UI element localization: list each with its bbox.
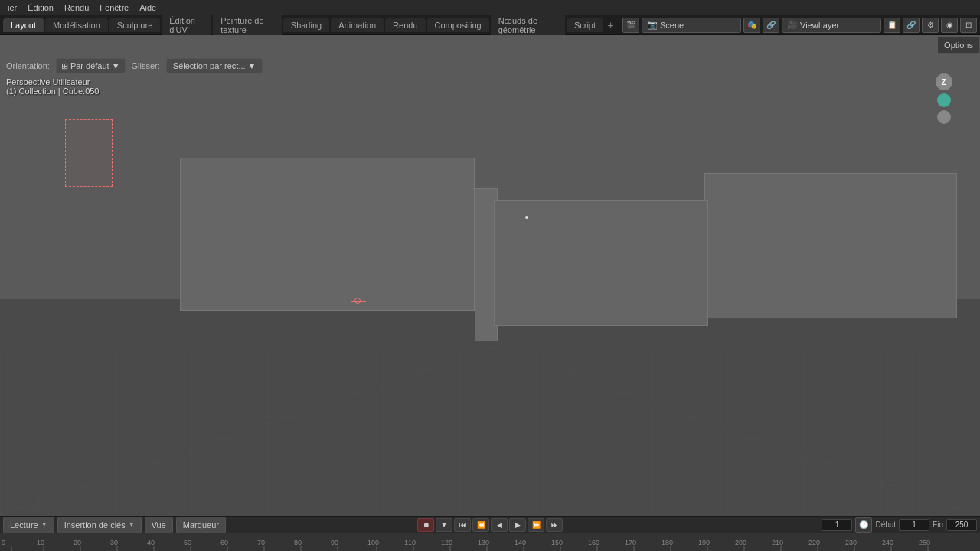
link-viewlayer-btn[interactable]: 🔗 <box>903 18 920 33</box>
tab-modelisation[interactable]: Modélisation <box>45 18 108 32</box>
viewport-dot <box>525 216 528 219</box>
tab-sculpture[interactable]: Sculpture <box>109 18 160 32</box>
snap-icon: ⊞ <box>61 61 68 71</box>
camera-icon: 📷 <box>647 20 658 30</box>
selection-label: Sélection par rect... <box>173 61 246 70</box>
cube-back-left <box>180 158 475 311</box>
options-button[interactable]: Options <box>938 37 980 54</box>
tab-script[interactable]: Script <box>567 18 603 32</box>
insertion-cles-btn[interactable]: Insertion de clés ▼ <box>57 517 142 533</box>
marqueur-label: Marqueur <box>183 520 219 530</box>
svg-text:10: 10 <box>37 539 44 546</box>
snap-button[interactable]: ⊞ Par défaut ▼ <box>56 58 126 73</box>
current-frame-input[interactable] <box>822 519 852 531</box>
svg-text:120: 120 <box>441 539 452 546</box>
glisser-label: Glisser: <box>132 61 160 70</box>
snap-label: Par défaut <box>70 61 109 70</box>
svg-text:140: 140 <box>514 539 526 546</box>
svg-text:170: 170 <box>625 539 636 546</box>
gizmo-y[interactable] <box>937 93 951 107</box>
svg-text:200: 200 <box>735 539 746 546</box>
svg-text:20: 20 <box>74 539 81 546</box>
gizmo-axis[interactable]: Z <box>923 73 965 135</box>
scene-icon-btn[interactable]: 🎭 <box>743 18 760 33</box>
header-info-bar: Orientation: ⊞ Par défaut ▼ Glisser: Sél… <box>0 57 269 75</box>
play-forward-btn[interactable]: ▶ <box>509 518 526 532</box>
gizmo-z[interactable]: Z <box>936 73 952 90</box>
tab-shading[interactable]: Shading <box>283 18 329 32</box>
timeline-controls: Lecture ▼ Insertion de clés ▼ Vue Marque… <box>0 517 980 533</box>
scene-selector[interactable]: 📷 Scene <box>642 18 741 33</box>
record-btn[interactable]: ⏺ <box>417 518 434 532</box>
svg-text:150: 150 <box>551 539 563 546</box>
marqueur-btn[interactable]: Marqueur <box>176 517 226 533</box>
viewport-main[interactable]: Perspective Utilisateur (1) Collection |… <box>0 35 980 516</box>
options-label: Options <box>944 41 973 50</box>
frame-controls: 🕐 Début Fin <box>822 517 977 533</box>
tab-rendu[interactable]: Rendu <box>385 18 425 32</box>
overlay-btn[interactable]: ◉ <box>941 18 958 33</box>
menu-aide[interactable]: Aide <box>135 2 161 14</box>
viewlayer-icon: 🎥 <box>787 20 798 30</box>
menu-edition[interactable]: Édition <box>23 2 58 14</box>
selection-mode-btn[interactable]: Sélection par rect... ▼ <box>166 58 263 73</box>
viewlayer-label: ViewLayer <box>800 21 839 30</box>
cursor-circle <box>354 298 361 304</box>
3d-cursor <box>351 294 366 309</box>
tab-edition-uv[interactable]: Édition d'UV <box>162 14 211 37</box>
timeline-ruler[interactable]: 0 10 20 30 40 50 60 70 80 <box>0 533 980 551</box>
svg-rect-1 <box>0 347 980 516</box>
tab-layout[interactable]: Layout <box>3 18 44 32</box>
tab-noeuds-geometrie[interactable]: Nœuds de géométrie <box>491 14 565 37</box>
jump-back-btn[interactable]: ⏪ <box>472 518 489 532</box>
svg-text:230: 230 <box>845 539 857 546</box>
lecture-btn[interactable]: Lecture ▼ <box>3 517 54 533</box>
grid-floor <box>0 347 980 516</box>
svg-text:80: 80 <box>294 539 302 546</box>
selection-rectangle <box>65 119 113 187</box>
svg-text:240: 240 <box>882 539 893 546</box>
lecture-arrow: ▼ <box>41 521 47 528</box>
scene-label: Scene <box>660 21 684 30</box>
fin-frame-input[interactable] <box>946 519 977 531</box>
selection-arrow: ▼ <box>248 61 256 70</box>
timeline-bar: Lecture ▼ Insertion de clés ▼ Vue Marque… <box>0 516 980 551</box>
tab-animation[interactable]: Animation <box>331 18 384 32</box>
add-tab-button[interactable]: + <box>605 18 616 33</box>
settings-btn[interactable]: ⚙ <box>922 18 939 33</box>
menu-rendu[interactable]: Rendu <box>60 2 93 14</box>
vue-timeline-label: Vue <box>152 520 166 530</box>
svg-text:50: 50 <box>184 539 191 546</box>
header-bar: Layout Modélisation Sculpture Édition d'… <box>0 15 980 35</box>
svg-text:190: 190 <box>698 539 710 546</box>
debut-frame-input[interactable] <box>899 519 929 531</box>
skip-first-btn[interactable]: ⏮ <box>454 518 471 532</box>
jump-forward-btn[interactable]: ⏩ <box>528 518 544 532</box>
svg-text:210: 210 <box>772 539 783 546</box>
menu-ier[interactable]: ier <box>3 2 21 14</box>
svg-text:40: 40 <box>147 539 155 546</box>
insertion-arrow: ▼ <box>129 521 135 528</box>
play-reverse-btn[interactable]: ◀ <box>491 518 508 532</box>
viewlayer-selector[interactable]: 🎥 ViewLayer <box>782 18 881 33</box>
lecture-label: Lecture <box>10 520 38 530</box>
engine-icon[interactable]: 🎬 <box>622 18 639 33</box>
debut-label: Début <box>875 520 896 529</box>
step-arrow[interactable]: ▼ <box>436 518 452 532</box>
tab-peinture-texture[interactable]: Peinture de texture <box>213 14 282 37</box>
svg-text:180: 180 <box>662 539 673 546</box>
cube-back-right <box>704 173 957 318</box>
gizmo-dot-2[interactable] <box>937 110 951 124</box>
svg-text:160: 160 <box>588 539 599 546</box>
skip-last-btn[interactable]: ⏭ <box>546 518 563 532</box>
menu-fenetre[interactable]: Fenêtre <box>95 2 133 14</box>
svg-text:70: 70 <box>257 539 265 546</box>
tab-compositing[interactable]: Compositing <box>427 18 489 32</box>
svg-text:60: 60 <box>220 539 228 546</box>
frame-clock-btn[interactable]: 🕐 <box>855 517 872 533</box>
screen-btn[interactable]: ⊡ <box>960 18 977 33</box>
svg-text:30: 30 <box>110 539 118 546</box>
viewlayer-icon-btn[interactable]: 📋 <box>884 18 900 33</box>
vue-timeline-btn[interactable]: Vue <box>145 517 173 533</box>
link-scene-btn[interactable]: 🔗 <box>763 18 779 33</box>
